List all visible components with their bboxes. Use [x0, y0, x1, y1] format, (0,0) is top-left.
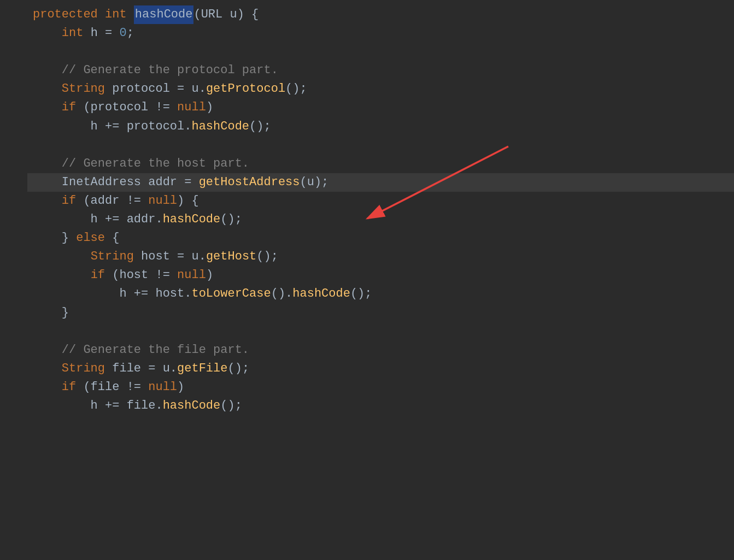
code-text: h += addr. [33, 210, 163, 229]
code-text: } [33, 229, 76, 247]
code-line-18 [27, 322, 734, 341]
keyword-null: null [148, 192, 177, 210]
code-text: h += protocol. [33, 117, 191, 136]
code-line-1: protected int hashCode(URL u) { [27, 5, 734, 24]
code-text: (); [350, 285, 372, 303]
code-text [33, 98, 62, 117]
method-gethost: getHost [206, 247, 256, 266]
method-hashcode-call3: hashCode [292, 285, 350, 303]
keyword-string3: String [62, 359, 112, 378]
code-text: (URL u) { [193, 5, 259, 24]
code-text: protocol = u. [112, 80, 206, 98]
keyword-null2: null [177, 266, 206, 285]
code-text: (addr != [83, 192, 148, 210]
literal-zero: 0 [119, 24, 126, 43]
keyword-null3: null [148, 378, 177, 397]
keyword-null: null [177, 98, 206, 117]
keyword-if: if [62, 192, 84, 210]
keyword-if: if [62, 98, 84, 117]
code-line-4: // Generate the protocol part. [27, 61, 734, 80]
keyword-string2: String [91, 247, 141, 266]
method-getprotocol: getProtocol [206, 80, 285, 98]
method-hashcode-call: hashCode [191, 117, 249, 136]
code-line-16: h += host.toLowerCase().hashCode(); [27, 285, 734, 303]
code-text: (). [271, 285, 293, 303]
code-text: ) [206, 266, 213, 285]
method-hashcode-call2: hashCode [163, 210, 221, 229]
code-line-7: h += protocol.hashCode(); [27, 117, 734, 136]
code-line-11: if (addr != null) { [27, 192, 734, 210]
code-line-14: String host = u.getHost(); [27, 247, 734, 266]
keyword-if2: if [91, 266, 113, 285]
comment-host: // Generate the host part. [33, 155, 249, 173]
keyword-string: String [62, 80, 112, 98]
code-text [33, 247, 91, 266]
code-text [33, 378, 62, 397]
keyword-protected: protected [33, 5, 105, 24]
code-text [33, 192, 62, 210]
code-line-21: if (file != null) [27, 378, 734, 397]
comment-protocol: // Generate the protocol part. [33, 61, 278, 80]
method-getfile: getFile [177, 359, 227, 378]
code-text [33, 173, 62, 192]
code-line-10: InetAddress addr = getHostAddress(u); [27, 173, 734, 192]
code-line-19: // Generate the file part. [27, 341, 734, 359]
code-line-5: String protocol = u.getProtocol(); [27, 80, 734, 98]
code-text: (u); [300, 173, 329, 192]
code-text: (); [285, 80, 307, 98]
keyword-if3: if [62, 378, 84, 397]
code-line-2: int h = 0; [27, 24, 734, 43]
keyword-int: int [105, 5, 134, 24]
code-text [33, 266, 91, 285]
method-hashcode: hashCode [134, 5, 194, 24]
method-tolowercase: toLowerCase [191, 285, 271, 303]
code-text: h += file. [33, 397, 163, 415]
code-text: ) [177, 378, 184, 397]
code-text: file = u. [112, 359, 177, 378]
code-text [33, 80, 62, 98]
code-line-6: if (protocol != null) [27, 98, 734, 117]
keyword-else: else [76, 229, 112, 247]
method-gethostaddress: getHostAddress [199, 173, 300, 192]
code-text: addr = [148, 173, 198, 192]
code-text: (); [227, 359, 249, 378]
code-line-15: if (host != null) [27, 266, 734, 285]
code-text: h = [91, 24, 120, 43]
code-line-22: h += file.hashCode(); [27, 397, 734, 415]
code-text: h += host. [33, 285, 191, 303]
code-line-3 [27, 43, 734, 61]
code-line-20: String file = u.getFile(); [27, 359, 734, 378]
code-text: (); [256, 247, 278, 266]
code-line-13: } else { [27, 229, 734, 247]
code-text: { [112, 229, 119, 247]
code-line-12: h += addr.hashCode(); [27, 210, 734, 229]
code-text: (); [220, 397, 242, 415]
comment-file: // Generate the file part. [33, 341, 249, 359]
code-text: (); [220, 210, 242, 229]
code-text: ) [206, 98, 213, 117]
code-text: ) { [177, 192, 199, 210]
code-text [33, 24, 62, 43]
code-text: host = u. [141, 247, 206, 266]
type-inetaddress: InetAddress [62, 173, 148, 192]
code-line-8 [27, 136, 734, 155]
code-editor: protected int hashCode(URL u) { int h = … [0, 0, 734, 421]
code-text: (host != [112, 266, 177, 285]
method-hashcode-call4: hashCode [163, 397, 221, 415]
code-line-9: // Generate the host part. [27, 155, 734, 173]
code-text: (protocol != [83, 98, 177, 117]
code-text [33, 359, 62, 378]
code-text: (); [249, 117, 271, 136]
code-text: (file != [83, 378, 148, 397]
keyword-int: int [62, 24, 91, 43]
code-text: ; [127, 24, 134, 43]
code-text: } [33, 304, 69, 322]
code-line-17: } [27, 304, 734, 322]
